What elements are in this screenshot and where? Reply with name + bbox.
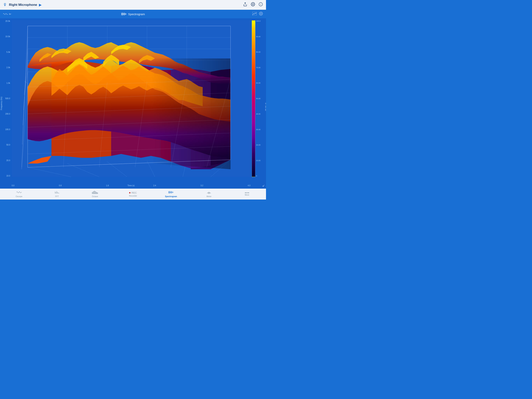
y-label-2k: 2.0k	[6, 67, 10, 69]
svg-marker-46	[151, 58, 231, 169]
toolbar-title: Spectrogram	[121, 12, 145, 16]
spectrogram-canvas	[12, 20, 250, 177]
meter-label: Meter	[206, 195, 211, 198]
scale-label-40: 40.00	[256, 113, 260, 115]
header-right	[243, 2, 263, 7]
scale-label-30: 30.00	[256, 129, 260, 130]
color-scale: 100.0 90.00 80.00 70.00 60.00 50.00 40.0…	[252, 20, 265, 177]
svg-point-0	[252, 4, 253, 5]
nav-octave[interactable]: Octave	[76, 191, 114, 198]
play-button[interactable]: ▶	[39, 3, 42, 7]
octave-icon	[92, 191, 98, 195]
microphone-icon: 🎙	[3, 3, 7, 7]
y-label-5k: 5.0k	[6, 51, 10, 53]
info-icon[interactable]	[259, 2, 263, 7]
spectrogram-nav-label: Spectrogram	[165, 195, 177, 198]
scale-label-90: 90.00	[256, 36, 260, 38]
scale-label-80: 80.00	[256, 51, 260, 53]
share-icon[interactable]	[243, 2, 247, 7]
x-label-0: 0.0	[12, 185, 14, 187]
scale-label-60: 60.00	[256, 82, 260, 84]
nav-spectrogram[interactable]: Spectrogram	[152, 191, 190, 198]
y-label-50: 50.0	[6, 144, 10, 146]
y-label-10k: 10.0k	[6, 36, 10, 38]
svg-rect-73	[95, 192, 96, 194]
bottom-navigation: Oscope FFT Octave	[0, 189, 266, 200]
y-label-20: 20.0	[6, 160, 10, 161]
more-icon	[245, 192, 249, 193]
x-label-4: 4.0	[248, 185, 250, 187]
scale-label-20: 20.00	[256, 144, 260, 146]
x-label-0-8: 0.8	[59, 185, 62, 187]
scale-label-10: 10.00	[256, 160, 260, 161]
fft-label: FFT	[55, 195, 59, 198]
scale-labels: 100.0 90.00 80.00 70.00 60.00 50.00 40.0…	[255, 20, 260, 177]
svg-rect-75	[97, 193, 98, 194]
gear-icon[interactable]	[251, 2, 255, 7]
octave-label: Octave	[92, 195, 98, 198]
toolbar-right-icons	[252, 12, 263, 16]
x-axis: 0.0 0.8 1.6 2.4 3.2 4.0 Time (s)	[12, 185, 250, 187]
svg-rect-74	[96, 192, 97, 194]
color-gradient-bar	[252, 20, 255, 177]
chart-container: 20.0k 10.0k 5.0k 2.0k 1.0k 500.0 200.0 1…	[0, 18, 266, 189]
fft-icon	[54, 191, 60, 195]
x-label-1-6: 1.6	[106, 185, 109, 187]
svg-point-14	[260, 13, 261, 14]
rec-dot	[129, 192, 130, 193]
svg-rect-71	[93, 192, 94, 194]
spectrogram-nav-icon	[168, 191, 174, 195]
oscope-label: Oscope	[16, 195, 22, 198]
header-left: 🎙 Right Microphone ▶	[3, 3, 42, 7]
svg-rect-70	[92, 192, 93, 194]
nav-more[interactable]: More	[228, 192, 266, 196]
settings-icon[interactable]	[259, 12, 263, 16]
y-label-500: 500.0	[5, 98, 10, 100]
secondary-toolbar: Spectrogram	[0, 10, 266, 18]
expand-icon[interactable]: ↙	[262, 184, 265, 187]
y-label-20k: 20.0k	[6, 20, 10, 22]
scale-label-0: 0	[256, 175, 260, 177]
meter-icon	[207, 191, 211, 195]
spectrogram-3d	[12, 20, 250, 177]
svg-point-88	[209, 193, 209, 194]
nav-oscope[interactable]: Oscope	[0, 191, 38, 198]
recorder-icon: REC	[129, 191, 137, 194]
scale-title: dB SPL pk	[265, 103, 266, 111]
recorder-label: Recorder	[129, 195, 137, 197]
y-label-200: 200.0	[5, 113, 10, 115]
toolbar-waveform-button[interactable]	[3, 13, 11, 16]
svg-rect-72	[94, 191, 95, 194]
x-axis-title: Time (s)	[127, 185, 134, 187]
oscope-icon	[16, 191, 22, 195]
page-title: Right Microphone	[9, 3, 37, 7]
y-axis-title: Frequency (Hz)	[0, 25, 3, 182]
y-label-10: 10.0	[6, 175, 10, 177]
scale-label-70: 70.00	[256, 67, 260, 69]
y-label-1k: 1.0k	[6, 82, 10, 84]
chart-title: Spectrogram	[128, 13, 145, 16]
nav-fft[interactable]: FFT	[38, 191, 76, 198]
more-label: More	[245, 194, 249, 196]
scale-label-50: 50.00	[256, 98, 260, 100]
x-label-2-4: 2.4	[153, 185, 156, 187]
nav-recorder[interactable]: REC Recorder	[114, 191, 152, 197]
nav-meter[interactable]: Meter	[190, 191, 228, 198]
scale-label-100: 100.0	[256, 20, 260, 22]
y-label-100: 100.0	[5, 129, 10, 130]
top-header: 🎙 Right Microphone ▶	[0, 0, 266, 10]
chart-view-icon[interactable]	[252, 12, 257, 16]
x-label-3-2: 3.2	[201, 185, 203, 187]
